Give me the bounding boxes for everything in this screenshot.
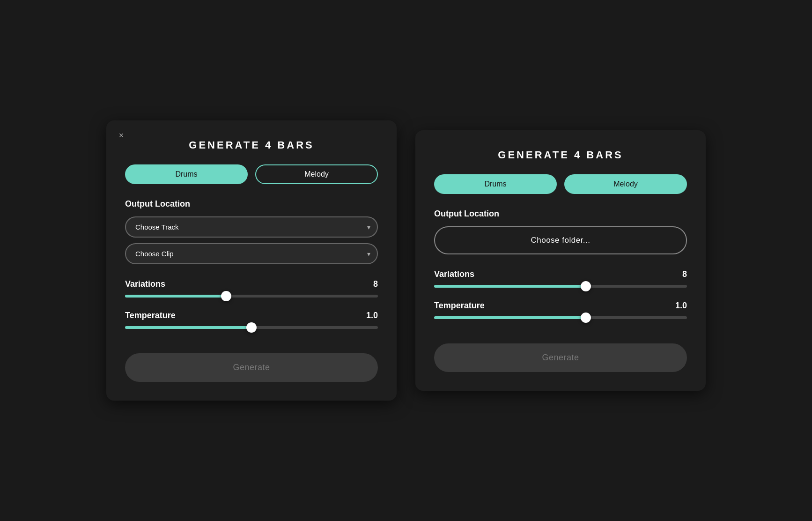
left-choose-clip-wrap: Choose Clip ▾ xyxy=(125,243,378,264)
right-output-location: Output Location Choose folder... xyxy=(434,209,687,254)
right-variations-value: 8 xyxy=(682,269,687,279)
left-temperature-fill xyxy=(125,326,251,329)
left-output-label: Output Location xyxy=(125,199,378,209)
left-panel-title: GENERATE 4 BARS xyxy=(125,139,378,151)
left-tab-melody[interactable]: Melody xyxy=(255,164,378,184)
left-choose-clip-select[interactable]: Choose Clip xyxy=(125,243,378,264)
right-choose-folder-button[interactable]: Choose folder... xyxy=(434,226,687,254)
right-variations-fill xyxy=(434,285,586,288)
left-variations-thumb[interactable] xyxy=(221,291,231,301)
left-panel: × GENERATE 4 BARS Drums Melody Output Lo… xyxy=(106,120,397,401)
right-tab-drums[interactable]: Drums xyxy=(434,174,557,194)
right-variations-thumb[interactable] xyxy=(581,281,591,291)
left-variations-label: Variations xyxy=(125,279,165,289)
left-temperature-track[interactable] xyxy=(125,326,378,329)
right-temperature-fill xyxy=(434,316,586,319)
left-temperature-label: Temperature xyxy=(125,311,176,320)
left-generate-button[interactable]: Generate xyxy=(125,353,378,382)
left-variations-section: Variations 8 xyxy=(125,279,378,298)
left-variations-track[interactable] xyxy=(125,295,378,298)
left-tab-row: Drums Melody xyxy=(125,164,378,184)
left-output-location: Output Location Choose Track ▾ Choose Cl… xyxy=(125,199,378,264)
right-temperature-thumb[interactable] xyxy=(581,313,591,323)
left-tab-drums[interactable]: Drums xyxy=(125,164,248,184)
right-tab-row: Drums Melody xyxy=(434,174,687,194)
right-variations-label: Variations xyxy=(434,269,474,279)
right-temperature-section: Temperature 1.0 xyxy=(434,301,687,319)
right-panel: GENERATE 4 BARS Drums Melody Output Loca… xyxy=(415,130,706,391)
left-variations-value: 8 xyxy=(373,279,378,289)
right-variations-section: Variations 8 xyxy=(434,269,687,288)
right-variations-track[interactable] xyxy=(434,285,687,288)
left-choose-track-select[interactable]: Choose Track xyxy=(125,216,378,238)
left-choose-track-wrap: Choose Track ▾ xyxy=(125,216,378,238)
right-temperature-label: Temperature xyxy=(434,301,485,311)
right-tab-melody[interactable]: Melody xyxy=(564,174,687,194)
left-temperature-value: 1.0 xyxy=(366,311,378,320)
left-variations-fill xyxy=(125,295,226,298)
right-generate-button[interactable]: Generate xyxy=(434,343,687,372)
right-output-label: Output Location xyxy=(434,209,687,219)
close-icon: × xyxy=(119,131,124,141)
left-temperature-section: Temperature 1.0 xyxy=(125,311,378,329)
right-panel-title: GENERATE 4 BARS xyxy=(434,149,687,161)
close-button[interactable]: × xyxy=(115,129,128,142)
right-temperature-value: 1.0 xyxy=(675,301,687,311)
right-temperature-track[interactable] xyxy=(434,316,687,319)
left-temperature-thumb[interactable] xyxy=(246,322,257,333)
